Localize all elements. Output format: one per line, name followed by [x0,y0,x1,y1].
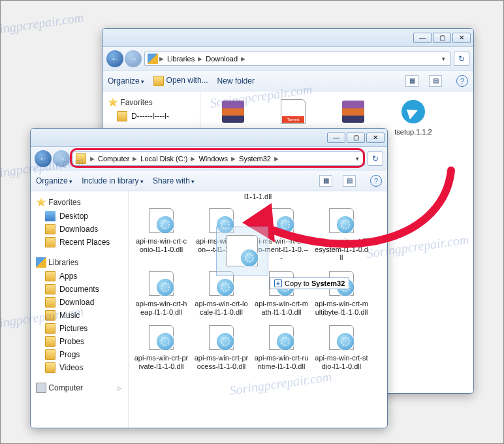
sidebar-libraries[interactable]: Libraries [31,255,128,270]
folder-icon [45,237,55,247]
help-button[interactable]: ? [456,75,468,87]
breadcrumb-windows[interactable]: Windows [197,155,230,163]
breadcrumb-sep: ▶ [273,155,280,162]
sidebar-item-recent[interactable]: Recent Places [31,236,128,249]
gear-icon [217,279,234,296]
breadcrumb-sep: ▶ [189,155,197,162]
gear-icon [241,249,258,266]
gear-icon [157,216,174,233]
sidebar-item-download[interactable]: Download [31,296,128,309]
maximize-button[interactable]: ▢ [347,133,365,143]
maximize-button[interactable]: ▢ [433,33,451,43]
sidebar-item-progs[interactable]: Progs [31,348,128,361]
toolbar: Organize Include in library Share with ▦… [31,170,387,191]
telegram-icon [402,100,425,123]
sidebar-item-pictures[interactable]: Pictures [31,322,128,335]
organize-menu[interactable]: Organize [108,76,144,86]
close-button[interactable]: ✕ [366,133,385,143]
minimize-button[interactable]: — [413,33,432,43]
breadcrumb-sep: ▶ [131,155,138,162]
breadcrumb-computer[interactable]: Computer [96,155,131,163]
folder-icon [45,284,55,294]
preview-pane-button[interactable]: ▤ [429,75,442,87]
file-label: api-ms-win-crt-runtime-l1-1-0.dll [254,354,309,370]
open-with-button[interactable]: Open with... [153,76,208,86]
file-item-dll[interactable]: api-ms-win-crt-runtime-l1-1-0.dll [253,321,310,372]
sidebar-item-documents[interactable]: Documents [31,283,128,296]
folder-icon [45,271,55,281]
file-label: api-ms-win-crt-multibyte-l1-1-0.dll [314,300,369,316]
share-with-menu[interactable]: Share with [153,176,195,185]
star-icon [108,97,118,108]
sidebar-favorites[interactable]: Favorites [102,95,200,110]
organize-menu[interactable]: Organize [36,176,72,185]
minimize-button[interactable]: — [327,133,345,143]
navbar: ← → ▶ Libraries ▶ Download ▶ ▾ ↻ [102,47,473,71]
chevron-right-icon: ▷ [118,385,123,391]
address-bar[interactable]: ▶ Computer ▶ Local Disk (C:) ▶ Windows ▶… [72,151,365,166]
sidebar-item-videos[interactable]: Videos [31,361,128,374]
file-item-tsetup[interactable]: tsetup.1.1.2 [385,95,442,138]
file-item-dll[interactable]: api-ms-win-crt-private-l1-1-0.dll [133,321,190,372]
file-item-dll[interactable]: api-ms-win-crt-heap-l1-1-0.dll [133,267,190,317]
address-dropdown[interactable]: ▾ [439,56,448,62]
breadcrumb-download[interactable]: Download [204,55,240,63]
new-folder-button[interactable]: New folder [217,76,255,86]
refresh-button[interactable]: ↻ [368,151,383,166]
breadcrumb-sep: ▶ [89,155,96,162]
folder-icon [45,336,55,347]
desktop-icon [45,211,55,221]
file-label: api-ms-win-crt-conio-l1-1-0.dll [134,237,189,253]
folder-icon [117,111,127,121]
file-label: api-ms-win-crt-filesystem-l1-1-0.dll [314,237,369,262]
back-button[interactable]: ← [106,50,123,67]
refresh-button[interactable]: ↻ [454,52,469,66]
folder-icon [45,224,55,234]
preview-pane-button[interactable]: ▤ [343,175,356,187]
file-label: api-ms-win-crt-heap-l1-1-0.dll [134,300,189,316]
sidebar-item-downloads[interactable]: Downloads [31,223,128,236]
file-fragment: l1-1-1.dll [133,193,383,200]
breadcrumb-sep: ▶ [240,56,247,62]
help-button[interactable]: ? [370,175,382,187]
gear-icon [337,216,354,233]
copy-tooltip: + Copy to System32 [270,278,349,289]
include-library-menu[interactable]: Include in library [82,176,144,185]
titlebar: — ▢ ✕ [31,129,387,147]
file-item-dll[interactable]: api-ms-win-crt-conio-l1-1-0.dll [133,204,190,263]
sidebar-item-music[interactable]: Music [31,309,128,322]
sidebar-item-apps[interactable]: Apps [31,270,128,283]
sidebar-item-desktop[interactable]: Desktop [31,210,128,223]
breadcrumb-sep: ▶ [230,155,237,162]
file-item-dll[interactable]: api-ms-win-crt-multibyte-l1-1-0.dll [313,267,370,317]
sidebar-item[interactable]: D------l----l- [102,110,200,123]
sidebar-favorites[interactable]: Favorites [31,195,128,210]
drag-ghost [216,227,268,276]
file-label: api-ms-win-crt-stdio-l1-1-0.dll [314,354,369,370]
folder-icon [45,310,55,321]
titlebar: — ▢ ✕ [102,29,473,47]
plus-icon: + [274,279,282,287]
sidebar-item-probes[interactable]: Probes [31,335,128,348]
breadcrumb-libraries[interactable]: Libraries [165,55,197,63]
folder-icon [45,323,55,334]
close-button[interactable]: ✕ [452,33,471,43]
forward-button[interactable]: → [53,150,70,167]
file-item-dll[interactable]: api-ms-win-crt-process-l1-1-0.dll [193,321,250,372]
forward-button[interactable]: → [125,50,142,67]
sidebar-computer[interactable]: Computer▷ [31,381,128,395]
file-item-dll[interactable]: api-ms-win-crt-stdio-l1-1-0.dll [313,321,370,372]
torrent-icon: Torrent [282,116,304,123]
navbar: ← → ▶ Computer ▶ Local Disk (C:) ▶ Windo… [31,147,387,170]
view-mode-button[interactable]: ▦ [319,175,332,187]
back-button[interactable]: ← [35,150,52,167]
address-bar[interactable]: ▶ Libraries ▶ Download ▶ ▾ [144,52,451,66]
breadcrumb-localdisk[interactable]: Local Disk (C:) [138,155,189,163]
breadcrumb-system32[interactable]: System32 [237,155,273,163]
toolbar: Organize Open with... New folder ▦ ▤ ? [102,71,473,91]
file-item-dll[interactable]: api-ms-win-crt-filesystem-l1-1-0.dll [313,204,370,263]
folder-icon [45,297,55,308]
breadcrumb-sep: ▶ [158,56,165,62]
address-dropdown[interactable]: ▾ [353,155,362,162]
view-mode-button[interactable]: ▦ [405,75,418,87]
